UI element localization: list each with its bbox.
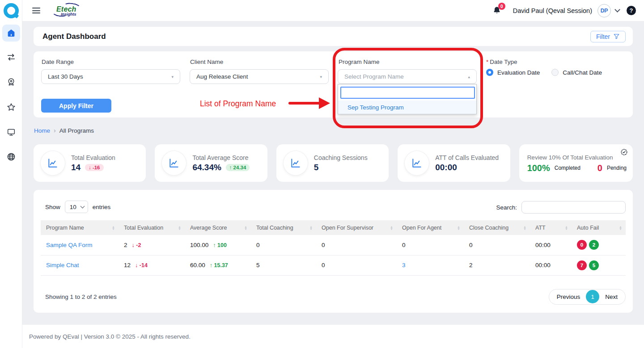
auto-fail-green-badge[interactable]: 5 <box>589 260 599 270</box>
brand-secondary: Insights <box>56 13 76 17</box>
column-header[interactable]: Total Evaluation <box>119 220 185 235</box>
page-footer: Powered by QEval | Version 3.0 © 2025 - … <box>22 325 644 348</box>
client-name-select[interactable]: Aug Release Client ▾ <box>190 69 329 84</box>
column-header[interactable]: Auto Fail <box>572 220 626 235</box>
filter-button[interactable]: Filter <box>590 31 626 42</box>
date-range-select[interactable]: Last 30 Days ▾ <box>41 69 180 84</box>
column-header[interactable]: Open For Agent <box>397 220 464 235</box>
radio-call-chat-date[interactable] <box>551 69 559 76</box>
table-footer: Showing 1 to 2 of 2 entries Previous 1 N… <box>41 289 626 305</box>
sort-icon[interactable] <box>457 226 460 230</box>
page-size-select[interactable]: 10 <box>65 201 88 213</box>
sidebar-item-transfer[interactable] <box>2 49 20 66</box>
radio-evaluation-date[interactable] <box>486 69 493 76</box>
footer-text: Powered by QEval | Version 3.0 © 2025 - … <box>29 333 191 340</box>
stat-card-review: Review 10% Of Total Evaluation 100% Comp… <box>519 144 633 182</box>
radio-evaluation-date-label[interactable]: Evaluation Date <box>497 69 540 76</box>
page-header: Agent Dashboard Filter <box>34 27 633 46</box>
pagination: Previous 1 Next <box>549 289 626 305</box>
previous-page-button[interactable]: Previous <box>551 293 586 300</box>
stat-value: 64.34% <box>192 163 221 172</box>
page-size-control: Show 10 entries <box>45 201 110 213</box>
page-title: Agent Dashboard <box>42 32 106 41</box>
caret-down-icon: ▾ <box>171 75 174 79</box>
column-header[interactable]: Total Coaching <box>251 220 316 235</box>
review-pending-label: Pending <box>607 165 627 171</box>
chart-line-icon <box>41 151 65 175</box>
stat-cards-row: Total Evaluation 14 -16 Total Average Sc… <box>34 144 633 182</box>
star-icon <box>6 102 16 112</box>
program-name-link[interactable]: Simple Chat <box>41 255 119 275</box>
date-type-radio-group: Evaluation Date Call/Chat Date <box>486 69 614 76</box>
filter-button-label: Filter <box>596 33 610 40</box>
transfer-arrows-icon <box>6 52 16 62</box>
cell-value: 0 <box>464 235 530 255</box>
sort-icon[interactable] <box>619 226 622 230</box>
stat-label: Total Average Score <box>192 154 250 161</box>
column-header[interactable]: Program Name <box>41 220 119 235</box>
review-completed-value: 100% <box>527 163 550 173</box>
sidebar-item-home[interactable] <box>2 25 20 42</box>
qeval-logo-icon[interactable] <box>4 3 19 18</box>
breadcrumb: Home › All Programs <box>34 127 94 134</box>
sidebar-item-quality[interactable] <box>2 74 20 91</box>
up-arrow-icon <box>229 165 232 170</box>
search-input[interactable] <box>521 201 626 214</box>
breadcrumb-current: All Programs <box>59 127 94 134</box>
stat-label: Review 10% Of Total Evaluation <box>527 154 613 161</box>
home-icon <box>6 28 16 38</box>
program-name-placeholder: Select Program Name <box>344 73 404 80</box>
notifications-button[interactable]: 0 <box>492 6 501 15</box>
sort-icon[interactable] <box>565 226 568 230</box>
user-avatar[interactable]: DP <box>597 4 611 17</box>
program-name-label: Program Name <box>339 59 380 65</box>
column-header[interactable]: Close Coaching <box>464 220 530 235</box>
sidebar-item-global[interactable] <box>2 148 20 165</box>
entries-label: entries <box>93 204 111 210</box>
column-header[interactable]: Average Score <box>185 220 251 235</box>
current-page-button[interactable]: 1 <box>586 290 599 303</box>
review-pending-value: 0 <box>597 163 602 173</box>
sidebar-item-monitor[interactable] <box>2 124 20 141</box>
program-search-input[interactable] <box>340 87 475 99</box>
breadcrumb-home-link[interactable]: Home <box>34 127 50 134</box>
table-header-row: Program Name Total Evaluation Average Sc… <box>41 220 626 235</box>
apply-filter-button[interactable]: Apply Filter <box>41 99 111 113</box>
cell-value: 2 <box>124 242 127 248</box>
page-size-value: 10 <box>70 204 76 210</box>
caret-down-icon: ▾ <box>320 75 322 79</box>
menu-toggle-button[interactable] <box>32 8 40 13</box>
column-header[interactable]: Open For Supervisor <box>316 220 397 235</box>
auto-fail-red-badge[interactable]: 0 <box>577 240 587 250</box>
sidebar-item-favorites[interactable] <box>2 99 20 116</box>
review-history-icon[interactable] <box>620 148 628 156</box>
table-search: Search: <box>496 201 626 214</box>
column-header[interactable]: ATT <box>530 220 572 235</box>
cell-value: 2 <box>464 255 530 275</box>
programs-table-card: Show 10 entries Search: Program Name Tot… <box>34 190 633 313</box>
program-option[interactable]: Sep Testing Program <box>338 101 476 114</box>
sort-icon[interactable] <box>390 226 393 230</box>
help-button[interactable]: ? <box>627 6 636 15</box>
chevron-down-icon[interactable] <box>614 7 620 13</box>
date-range-value: Last 30 Days <box>48 73 83 80</box>
etech-insights-logo[interactable]: Etech Insights <box>54 4 81 17</box>
radio-call-chat-date-label[interactable]: Call/Chat Date <box>563 69 602 76</box>
auto-fail-green-badge[interactable]: 2 <box>589 240 599 250</box>
quality-badge-icon <box>6 77 16 87</box>
program-name-select[interactable]: Select Program Name ▴ <box>338 69 477 84</box>
cell-value: 12 <box>124 262 131 268</box>
sort-icon[interactable] <box>178 226 181 230</box>
globe-icon <box>6 152 16 162</box>
open-for-agent-link[interactable]: 3 <box>402 262 406 268</box>
cell-value: 0 <box>251 235 316 255</box>
next-page-button[interactable]: Next <box>599 293 623 300</box>
sort-icon[interactable] <box>112 226 115 230</box>
auto-fail-red-badge[interactable]: 7 <box>577 260 587 270</box>
sort-icon[interactable] <box>523 226 526 230</box>
sort-icon[interactable] <box>309 226 313 230</box>
program-name-link[interactable]: Sample QA Form <box>41 235 119 255</box>
date-range-label: Date Range <box>42 59 74 65</box>
sort-icon[interactable] <box>244 226 247 230</box>
filter-panel: Date Range Last 30 Days ▾ Client Name Au… <box>34 51 633 117</box>
